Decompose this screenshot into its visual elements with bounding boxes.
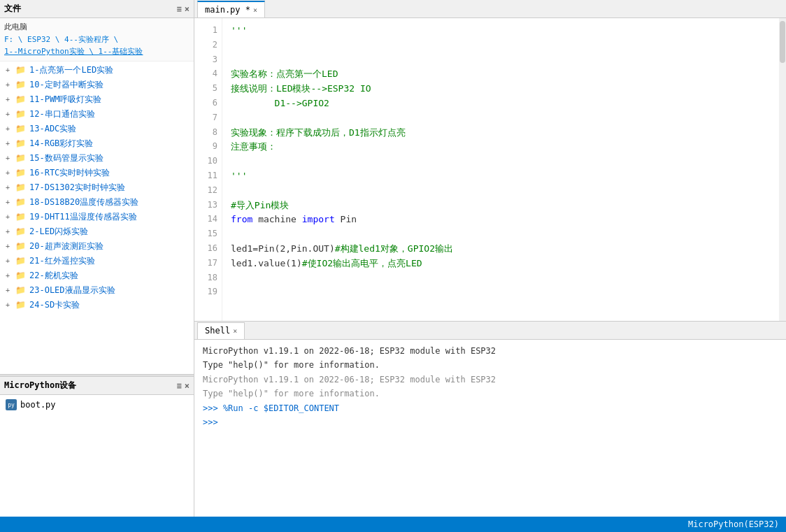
- editor-area: main.py * × 1234567891011121314151617181…: [194, 0, 786, 321]
- tree-item-label: 23-OLED液晶显示实验: [29, 285, 115, 296]
- shell-line: MicroPython v1.19.1 on 2022-06-18; ESP32…: [203, 344, 778, 358]
- code-line: led1.value(1): [231, 258, 302, 268]
- close-panel-icon[interactable]: ×: [185, 4, 190, 14]
- shell-content[interactable]: MicroPython v1.19.1 on 2022-06-18; ESP32…: [194, 340, 786, 517]
- tree-item[interactable]: + 📁 2-LED闪烁实验: [0, 224, 194, 239]
- code-line-row: 接线说明：LED模块-->ESP32 IO: [231, 82, 771, 96]
- hamburger-icon-2[interactable]: ≡: [177, 381, 182, 391]
- tree-item[interactable]: + 📁 11-PWM呼吸灯实验: [0, 92, 194, 107]
- tree-item[interactable]: + 📁 23-OLED液晶显示实验: [0, 283, 194, 298]
- shell-line: Type "help()" for more information.: [203, 358, 778, 372]
- close-micropython-icon[interactable]: ×: [185, 381, 190, 391]
- py-file-icon: py: [6, 399, 17, 410]
- tree-item[interactable]: + 📁 16-RTC实时时钟实验: [0, 166, 194, 180]
- code-string: 实验现象：程序下载成功后，D1指示灯点亮: [231, 127, 406, 138]
- status-label: MicroPython(ESP32): [688, 519, 779, 529]
- tree-item[interactable]: + 📁 12-串口通信实验: [0, 107, 194, 122]
- line-number: 6: [194, 96, 217, 111]
- code-comment: #导入Pin模块: [231, 200, 289, 210]
- tree-item[interactable]: + 📁 17-DS1302实时时钟实验: [0, 180, 194, 195]
- line-number: 1: [194, 24, 217, 38]
- code-content[interactable]: ''' 实验名称：点亮第一个LED 接线说明：LED模块-->ESP32 IO …: [222, 18, 779, 321]
- tree-item[interactable]: + 📁 1-点亮第一个LED实验: [0, 63, 194, 78]
- line-number: 10: [194, 154, 217, 169]
- expand-icon: +: [6, 154, 15, 162]
- code-line-row: [231, 154, 771, 169]
- line-number: 17: [194, 257, 217, 271]
- hamburger-icon[interactable]: ≡: [177, 4, 182, 14]
- code-line-row: D1-->GPIO2: [231, 96, 771, 111]
- expand-icon: +: [6, 66, 15, 74]
- tree-item[interactable]: + 📁 21-红外遥控实验: [0, 254, 194, 268]
- tree-item-label: 10-定时器中断实验: [29, 79, 103, 91]
- line-number: 11: [194, 169, 217, 184]
- expand-icon: +: [6, 228, 15, 236]
- expand-icon: +: [6, 272, 15, 280]
- folder-icon: 📁: [15, 182, 27, 192]
- tree-item-label: 17-DS1302实时时钟实验: [29, 182, 125, 194]
- line-number: 2: [194, 38, 217, 53]
- folder-icon: 📁: [15, 212, 27, 222]
- expand-icon: +: [6, 125, 15, 133]
- folder-icon: 📁: [15, 241, 27, 251]
- line-number: 18: [194, 271, 217, 286]
- editor-tab-label: main.py *: [205, 5, 250, 15]
- micropython-icons: ≡ ×: [177, 381, 190, 391]
- code-line-row: led1=Pin(2,Pin.OUT)#构建led1对象，GPIO2输出: [231, 242, 771, 257]
- tree-item-label: 18-DS18B20温度传感器实验: [29, 196, 138, 208]
- file-item-label: boot.py: [20, 400, 56, 410]
- folder-icon: 📁: [15, 285, 27, 295]
- code-keyword: from: [231, 214, 252, 224]
- shell-tab-close[interactable]: ×: [233, 327, 237, 335]
- tree-item[interactable]: + 📁 14-RGB彩灯实验: [0, 136, 194, 151]
- code-comment: #构建led1对象，GPIO2输出: [335, 243, 453, 254]
- expand-icon: +: [6, 301, 15, 309]
- editor-tab-close[interactable]: ×: [253, 6, 257, 14]
- line-number: 8: [194, 126, 217, 141]
- line-number: 16: [194, 242, 217, 257]
- breadcrumb-path1: F: \ ESP32 \ 4--实验程序 \: [4, 34, 190, 46]
- shell-panel: Shell × MicroPython v1.19.1 on 2022-06-1…: [194, 321, 786, 517]
- expand-icon: +: [6, 140, 15, 148]
- tree-item[interactable]: + 📁 22-舵机实验: [0, 268, 194, 283]
- line-number: 9: [194, 140, 217, 154]
- breadcrumb-line1: 此电脑: [4, 21, 190, 34]
- code-line-row: [231, 38, 771, 53]
- folder-icon: 📁: [15, 138, 27, 148]
- line-number: 4: [194, 67, 217, 82]
- tree-item[interactable]: + 📁 24-SD卡实验: [0, 298, 194, 312]
- line-number: 5: [194, 82, 217, 96]
- line-numbers: 12345678910111213141516171819: [194, 18, 222, 321]
- sidebar-bottom: MicroPython设备 ≡ × py boot.py: [0, 377, 194, 517]
- tree-item-label: 13-ADC实验: [29, 123, 76, 135]
- file-item-boot[interactable]: py boot.py: [0, 398, 194, 412]
- code-line-row: [231, 184, 771, 199]
- expand-icon: +: [6, 81, 15, 89]
- code-line-row: from machine import Pin: [231, 213, 771, 227]
- line-number: 19: [194, 285, 217, 300]
- micropython-label: MicroPython设备: [4, 380, 76, 391]
- tree-item[interactable]: + 📁 10-定时器中断实验: [0, 78, 194, 92]
- expand-icon: +: [6, 287, 15, 294]
- tree-item[interactable]: + 📁 20-超声波测距实验: [0, 239, 194, 254]
- editor-scrollbar[interactable]: [779, 18, 786, 321]
- shell-line: MicroPython v1.19.1 on 2022-06-18; ESP32…: [203, 373, 778, 387]
- line-number: 12: [194, 184, 217, 199]
- folder-icon: 📁: [15, 256, 27, 266]
- shell-line: >>> %Run -c $EDITOR_CONTENT: [203, 401, 778, 415]
- tree-item[interactable]: + 📁 19-DHT11温湿度传感器实验: [0, 210, 194, 224]
- code-line: led1=Pin(2,Pin.OUT): [231, 243, 335, 254]
- tree-item[interactable]: + 📁 15-数码管显示实验: [0, 151, 194, 166]
- tree-item[interactable]: + 📁 13-ADC实验: [0, 122, 194, 136]
- code-string: 实验名称：点亮第一个LED: [231, 69, 338, 79]
- code-line-row: ''': [231, 169, 771, 184]
- shell-tab[interactable]: Shell ×: [197, 322, 245, 339]
- tree-item-label: 12-串口通信实验: [29, 108, 95, 120]
- tree-item[interactable]: + 📁 18-DS18B20温度传感器实验: [0, 195, 194, 210]
- breadcrumb: 此电脑 F: \ ESP32 \ 4--实验程序 \ 1--MicroPytho…: [0, 18, 194, 62]
- editor-scrollbar-thumb[interactable]: [780, 21, 785, 63]
- shell-tab-label: Shell: [205, 326, 230, 336]
- breadcrumb-path2[interactable]: 1--MicroPython实验 \ 1--基础实验: [4, 45, 190, 58]
- editor-tab-main[interactable]: main.py * ×: [197, 1, 265, 17]
- sidebar-header-icons: ≡ ×: [177, 4, 190, 14]
